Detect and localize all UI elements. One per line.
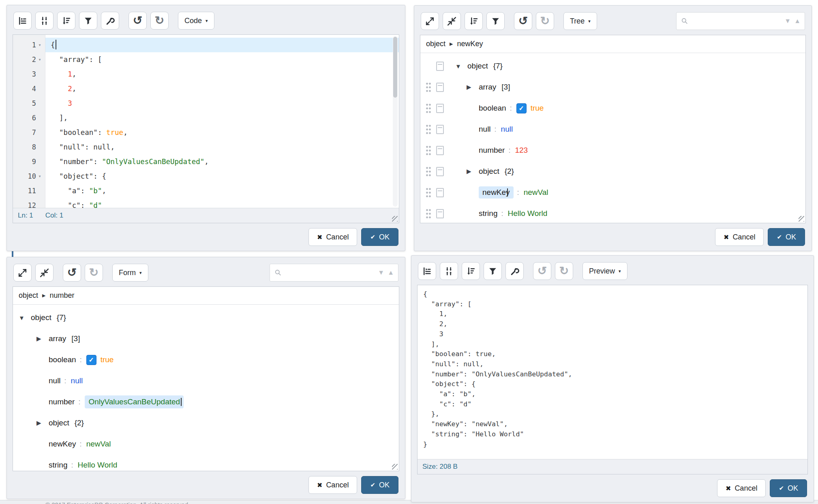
code-lines[interactable]: { "array": [ 1, 2, 3 ], "boolean": true,…: [45, 35, 399, 208]
field-name[interactable]: newKey: [479, 186, 514, 199]
code-line[interactable]: {: [45, 38, 399, 52]
mode-select-form[interactable]: Form ▾: [112, 264, 148, 282]
vertical-scrollbar[interactable]: [393, 36, 398, 207]
code-line[interactable]: "object": {: [45, 169, 399, 184]
drag-handle-icon[interactable]: [426, 103, 431, 114]
search-input[interactable]: [692, 17, 781, 25]
field-value[interactable]: newVal: [86, 440, 111, 448]
cancel-button[interactable]: ✖ Cancel: [308, 228, 357, 246]
context-menu-button[interactable]: [436, 188, 444, 197]
filter-button[interactable]: [79, 12, 97, 30]
undo-button[interactable]: ↺: [514, 12, 532, 30]
cancel-button[interactable]: ✖ Cancel: [717, 479, 766, 497]
code-line[interactable]: "array": [: [45, 52, 399, 67]
expand-all-button[interactable]: [13, 264, 32, 282]
resize-handle[interactable]: [392, 216, 398, 222]
format-button[interactable]: [418, 262, 436, 280]
filter-button[interactable]: [486, 12, 505, 30]
redo-button[interactable]: ↻: [150, 12, 169, 30]
format-button[interactable]: [13, 12, 32, 30]
code-line[interactable]: "c": "d": [45, 198, 399, 208]
mode-select-preview[interactable]: Preview ▾: [582, 262, 627, 280]
transform-wrench-button[interactable]: [101, 12, 119, 30]
field-value[interactable]: 123: [515, 146, 528, 155]
drag-handle-icon[interactable]: [426, 145, 431, 156]
sort-button[interactable]: [465, 12, 483, 30]
code-line[interactable]: "a": "b",: [45, 184, 399, 198]
field-name[interactable]: null: [49, 376, 61, 385]
ok-button[interactable]: ✔ OK: [768, 228, 805, 246]
mode-select-code[interactable]: Code ▾: [178, 12, 214, 30]
expand-triangle-icon[interactable]: ▶: [467, 168, 479, 175]
scrollbar-thumb[interactable]: [393, 37, 397, 98]
drag-handle-icon[interactable]: [426, 82, 431, 93]
context-menu-button[interactable]: [436, 209, 444, 218]
field-value[interactable]: Hello World: [508, 209, 547, 218]
context-menu-button[interactable]: [436, 125, 444, 134]
resize-handle[interactable]: [799, 216, 804, 222]
expand-triangle-icon[interactable]: ▶: [467, 83, 479, 91]
code-line[interactable]: 3: [45, 96, 399, 111]
field-name[interactable]: null: [479, 125, 491, 134]
field-name[interactable]: boolean: [479, 104, 506, 113]
search-previous-icon[interactable]: ▲: [388, 269, 394, 276]
field-name[interactable]: newKey: [49, 440, 76, 448]
drag-handle-icon[interactable]: [426, 124, 431, 135]
breadcrumb-current[interactable]: number: [50, 291, 75, 300]
expand-triangle-icon[interactable]: ▶: [36, 419, 49, 427]
redo-button[interactable]: ↻: [536, 12, 554, 30]
search-next-icon[interactable]: ▼: [784, 17, 791, 25]
fold-toggle-icon[interactable]: ▾: [36, 57, 43, 62]
field-value[interactable]: true: [531, 104, 544, 113]
compact-button[interactable]: [35, 12, 54, 30]
compact-button[interactable]: [440, 262, 458, 280]
field-value[interactable]: null: [501, 125, 513, 134]
code-line[interactable]: 1,: [45, 67, 399, 81]
sort-button[interactable]: [462, 262, 480, 280]
expand-all-button[interactable]: [421, 12, 439, 30]
boolean-checkbox[interactable]: ✓: [516, 103, 527, 113]
field-name[interactable]: object: [467, 62, 488, 70]
ok-button[interactable]: ✔ OK: [770, 479, 807, 497]
search-input[interactable]: [285, 269, 375, 276]
field-name[interactable]: string: [479, 209, 497, 218]
field-name[interactable]: boolean: [49, 355, 76, 364]
undo-button[interactable]: ↺: [128, 12, 147, 30]
code-line[interactable]: "number": "OnlyValuesCanBeUpdated",: [45, 154, 399, 169]
context-menu-button[interactable]: [436, 62, 444, 71]
collapse-triangle-icon[interactable]: ▼: [455, 63, 467, 70]
ace-editor[interactable]: 1▾2▾345678910▾1112 { "array": [ 1, 2, 3 …: [13, 35, 399, 208]
field-value[interactable]: null: [71, 376, 83, 385]
code-line[interactable]: ],: [45, 111, 399, 125]
fold-toggle-icon[interactable]: ▾: [36, 42, 43, 48]
resize-handle[interactable]: [392, 464, 398, 470]
field-value[interactable]: OnlyValuesCanBeUpdated: [85, 395, 184, 408]
field-name[interactable]: number: [479, 146, 505, 155]
transform-wrench-button[interactable]: [505, 262, 524, 280]
field-name[interactable]: string: [49, 461, 67, 470]
code-line[interactable]: "null": null,: [45, 140, 399, 154]
filter-button[interactable]: [484, 262, 502, 280]
ok-button[interactable]: ✔ OK: [361, 476, 398, 494]
drag-handle-icon[interactable]: [426, 187, 431, 198]
drag-handle-icon[interactable]: [426, 166, 431, 177]
code-line[interactable]: 2,: [45, 81, 399, 96]
field-name[interactable]: object: [479, 167, 499, 176]
breadcrumb-root[interactable]: object: [19, 291, 38, 300]
collapse-triangle-icon[interactable]: ▼: [19, 314, 31, 321]
search-next-icon[interactable]: ▼: [378, 269, 384, 276]
collapse-all-button[interactable]: [443, 12, 461, 30]
field-name[interactable]: array: [479, 83, 496, 92]
boolean-checkbox[interactable]: ✓: [86, 355, 96, 365]
field-name[interactable]: object: [31, 313, 51, 322]
undo-button[interactable]: ↺: [63, 264, 81, 282]
field-name[interactable]: array: [49, 334, 66, 343]
field-value[interactable]: newVal: [524, 188, 548, 197]
search-previous-icon[interactable]: ▲: [794, 17, 801, 25]
expand-triangle-icon[interactable]: ▶: [36, 335, 49, 342]
redo-button[interactable]: ↻: [555, 262, 573, 280]
fold-toggle-icon[interactable]: ▾: [36, 173, 43, 179]
cancel-button[interactable]: ✖ Cancel: [308, 476, 357, 494]
field-name[interactable]: object: [49, 419, 69, 427]
breadcrumb-root[interactable]: object: [426, 40, 445, 48]
